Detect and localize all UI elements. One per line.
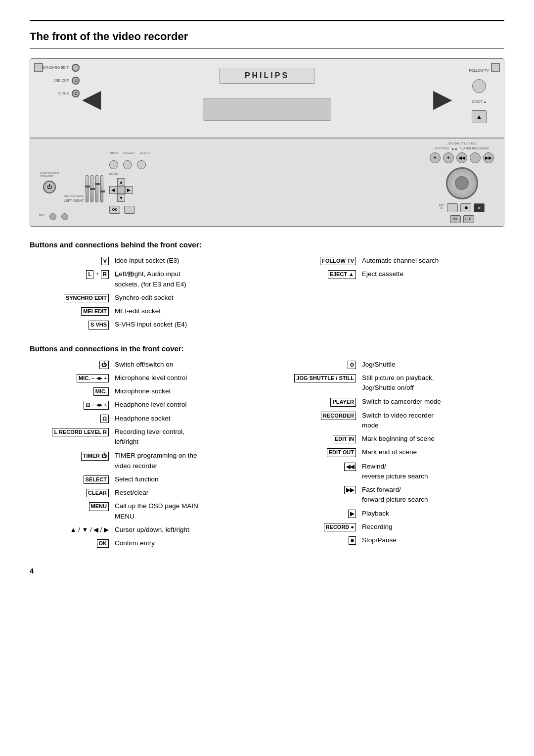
desc-item-video: V ideo input socket (E3) [30,256,257,266]
key-cursor: ▲ / ▼ / ◀ / ▶ [30,525,109,535]
desc-item-power: ⏻ Switch off/switch on [30,360,257,370]
key-followtv: FOLLOW TV [277,256,356,266]
front-left-column: ⏻ Switch off/switch on MIC. – ◂▸ + Micro… [30,360,257,552]
val-edit-in: Mark beginning of scene [362,434,504,444]
key-clear-boxed: CLEAR [86,489,109,497]
desc-item-stop: ■ Stop/Pause [277,535,504,545]
val-rewind: Rewind/reverse picture search [362,462,504,482]
desc-item-headphone-level: Ω – ◂▸ + Headphone level control [30,400,257,410]
key-eject: EJECT ▲ [277,269,356,279]
key-play-boxed: ▶ [348,510,356,518]
desc-item-select: SELECT Select function [30,474,257,484]
key-hp-level-boxed: Ω – ◂▸ + [84,401,109,409]
val-synchro: Synchro-edit socket [115,293,257,303]
val-followtv: Automatic channel search [362,256,504,266]
val-clear: Reset/clear [115,488,257,498]
key-fastfwd: ▶▶ [277,485,356,495]
key-edit-out: EDIT OUT [277,447,356,457]
page-container: The front of the video recorder SYNCHRO … [0,0,534,605]
key-jog-still-boxed: JOG SHUTTLE / STILL [294,374,356,382]
cassette-slot [203,98,331,121]
desc-item-mei: MEI EDIT MEI-edit socket [30,306,257,316]
desc-item-headphone: Ω Headphone socket [30,414,257,424]
desc-item-synchro: SYNCHRO EDIT Synchro-edit socket [30,293,257,303]
desc-item-record: RECORD ● Recording [277,522,504,532]
val-record-level: Recording level control,left/right [115,427,257,447]
page-number: 4 [30,567,504,575]
desc-item-edit-in: EDIT IN Mark beginning of scene [277,434,504,444]
desc-item-play: ▶ Playback [277,509,504,519]
desc-item-eject: EJECT ▲ Eject cassette [277,269,504,279]
val-mic: Microphone socket [115,386,257,396]
desc-item-fastfwd: ▶▶ Fast forward/forward picture search [277,485,504,505]
key-timer-boxed: TIMER ⏻ [81,452,109,460]
val-video: ideo input socket (E3) [115,256,257,266]
key-synchro: SYNCHRO EDIT [30,293,109,303]
desc-item-followtv: FOLLOW TV Automatic channel search [277,256,504,266]
key-recorder-boxed: RECORDER [321,412,356,420]
key-player-boxed: PLAYER [330,398,356,406]
desc-item-mic: MIC. Microphone socket [30,386,257,396]
desc-item-svhs: S VHS S-VHS input socket (E4) [30,320,257,330]
key-hp-boxed: Ω [100,415,109,423]
val-edit-out: Mark end of scene [362,447,504,457]
desc-item-record-level: L RECORD LEVEL R Recording level control… [30,427,257,447]
key-audio: L + R [30,269,109,279]
key-eject-boxed: EJECT ▲ [328,270,356,279]
desc-item-jog: ⊙ Jog/Shuttle [277,360,504,370]
front-right-column: ⊙ Jog/Shuttle JOG SHUTTLE / STILL Still … [277,360,504,552]
desc-item-timer: TIMER ⏻ TIMER programming on thevideo re… [30,451,257,471]
val-play: Playback [362,509,504,519]
key-svhs: S VHS [30,320,109,330]
key-mei: MEI EDIT [30,306,109,316]
key-ok: OK [30,538,109,548]
key-play: ▶ [277,509,356,519]
val-jog-still: Still picture on playback,Jog/Shuttle on… [362,373,504,393]
desc-item-cursor: ▲ / ▼ / ◀ / ▶ Cursor up/down, left/right [30,525,257,535]
val-record: Recording [362,522,504,532]
key-video: V [30,256,109,266]
desc-item-jog-still: JOG SHUTTLE / STILL Still picture on pla… [277,373,504,393]
section-behind-columns: V ideo input socket (E3) L + R Left/Righ… [30,256,504,333]
val-select: Select function [115,474,257,484]
val-ok: Confirm entry [115,538,257,548]
key-recorder: RECORDER [277,411,356,421]
key-power: ⏻ [30,360,109,370]
key-edit-out-boxed: EDIT OUT [327,448,356,457]
key-player: PLAYER [277,397,356,407]
val-svhs: S-VHS input socket (E4) [115,320,257,330]
val-stop: Stop/Pause [362,535,504,545]
key-record-boxed: RECORD ● [324,523,356,531]
key-headphone-level: Ω – ◂▸ + [30,400,109,410]
key-mic: MIC. [30,386,109,396]
key-mei-boxed: MEI EDIT [81,307,109,316]
key-timer: TIMER ⏻ [30,451,109,461]
desc-item-mic-level: MIC. – ◂▸ + Microphone level control [30,373,257,383]
val-recorder: Switch to video recordermode [362,411,504,431]
key-mic-level: MIC. – ◂▸ + [30,373,109,383]
title-rule [30,48,504,48]
desc-item-ok: OK Confirm entry [30,538,257,548]
key-followtv-boxed: FOLLOW TV [320,257,356,265]
key-menu: MENU [30,501,109,511]
page-title: The front of the video recorder [30,30,504,43]
val-power: Switch off/switch on [115,360,257,370]
section-front-title: Buttons and connections in the front cov… [30,344,504,353]
val-headphone-level: Headphone level control [115,400,257,410]
key-svhs-boxed: S VHS [89,321,109,329]
key-record-level: L RECORD LEVEL R [30,427,109,437]
key-ok-boxed: OK [97,539,109,548]
val-mic-level: Microphone level control [115,373,257,383]
device-brand: PHILIPS [220,68,314,84]
key-headphone: Ω [30,414,109,424]
key-clear: CLEAR [30,488,109,498]
key-r-boxed: R [101,270,109,279]
device-illustration: SYNCHRO EDIT 2ND CUT ⚙ S VHS ⚙ PHILIPS [30,58,504,227]
val-mei: MEI-edit socket [115,306,257,316]
val-fastfwd: Fast forward/forward picture search [362,485,504,505]
key-fastfwd-boxed: ▶▶ [344,486,356,494]
key-edit-in-boxed: EDIT IN [333,435,356,443]
key-mic-level-boxed: MIC. – ◂▸ + [77,374,109,382]
top-rule [30,20,504,21]
desc-item-audio: L + R Left/Right, Audio inputsockets, (f… [30,269,257,289]
